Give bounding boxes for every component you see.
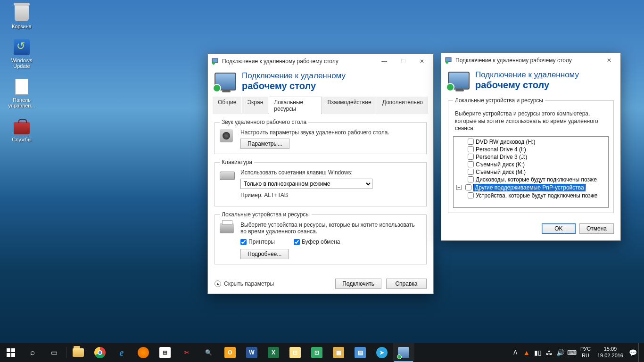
- devices-tree[interactable]: DVD RW дисковод (H:) Personal Drive 4 (I…: [453, 136, 609, 208]
- close-button[interactable]: ✕: [413, 55, 431, 68]
- local-legend: Локальные устройства и ресурсы: [220, 211, 312, 218]
- tab-display[interactable]: Экран: [242, 97, 268, 114]
- tree-item[interactable]: DVD RW дисковод (H:): [454, 138, 607, 146]
- rdp-footer: ▲ Скрыть параметры Подключить Справка: [208, 274, 433, 294]
- control-panel-icon[interactable]: Панель управлен...: [4, 77, 40, 108]
- devices-close-button[interactable]: ✕: [600, 54, 619, 67]
- tree-item[interactable]: Дисководы, которые будут подключены позж…: [454, 176, 607, 183]
- rdp-titlebar[interactable]: Подключение к удаленному рабочему столу …: [208, 54, 433, 68]
- volume-icon[interactable]: 🔊: [555, 349, 566, 356]
- taskbar-apps: e ⊞ ✂ 🔍 O W X ⊡ ⊡ ▦ ▤ ➤: [67, 343, 414, 362]
- maximize-button: ☐: [394, 55, 413, 68]
- tab-general[interactable]: Общие: [213, 97, 241, 114]
- app-excel[interactable]: X: [263, 343, 284, 362]
- recycle-bin-label: Корзина: [12, 24, 32, 29]
- keyboard-combo[interactable]: Только в полноэкранном режиме: [240, 179, 372, 189]
- app-explorer[interactable]: [67, 343, 89, 362]
- help-button[interactable]: Справка: [386, 279, 427, 289]
- audio-settings-button[interactable]: Параметры...: [240, 139, 289, 149]
- keyboard-legend: Клавиатура: [220, 159, 254, 165]
- taskbar: ⌕ ▭ e ⊞ ✂ 🔍 O W X ⊡ ⊡ ▦ ▤ ➤ ᐱ ▲ ▮▯ 🖧 🔊 ⌨…: [0, 343, 644, 362]
- recycle-bin-icon[interactable]: Корзина: [4, 4, 40, 29]
- system-tray: ᐱ ▲ ▮▯ 🖧 🔊 ⌨ РУС RU 15:09 19.02.2016 💬: [510, 343, 644, 362]
- show-desktop-button[interactable]: [638, 343, 641, 362]
- keyboard-icon: [220, 172, 235, 180]
- audio-desc: Настроить параметры звука удаленного раб…: [240, 129, 421, 136]
- keyboard-example: Пример: ALT+TAB: [240, 192, 421, 198]
- control-panel-label: Панель управлен...: [4, 97, 40, 108]
- devices-legend: Локальные устройства и ресурсы: [453, 97, 545, 104]
- keyboard-tray-icon[interactable]: ⌨: [566, 349, 578, 356]
- rdp-connection-window: Подключение к удаленному рабочему столу …: [207, 54, 434, 294]
- ok-button[interactable]: OK: [542, 223, 576, 234]
- tree-item[interactable]: Personal Drive 4 (I:): [454, 146, 607, 153]
- header-line2: рабочему столу: [242, 81, 346, 91]
- connection-badge-icon: [213, 84, 221, 92]
- devices-header: Подключение к удаленному рабочему столу: [441, 67, 620, 95]
- audio-group: Звук удаленного рабочего стола Настроить…: [215, 119, 427, 154]
- clipboard-checkbox[interactable]: Буфер обмена: [294, 239, 340, 245]
- app-telegram[interactable]: ➤: [371, 343, 393, 362]
- network-icon[interactable]: 🖧: [544, 349, 555, 356]
- tab-advanced[interactable]: Дополнительно: [377, 97, 428, 114]
- tray-overflow-button[interactable]: ᐱ: [510, 349, 521, 356]
- search-button[interactable]: ⌕: [22, 343, 43, 362]
- tree-item[interactable]: Съемный диск (M:): [454, 168, 607, 176]
- start-button[interactable]: [0, 343, 22, 362]
- devices-header2: рабочему столу: [475, 80, 579, 90]
- tree-item[interactable]: Personal Drive 3 (J:): [454, 153, 607, 161]
- local-desc: Выберите устройства и ресурсы, которые в…: [240, 222, 421, 235]
- app-vmware[interactable]: ▤: [349, 343, 371, 362]
- app-firefox[interactable]: [132, 343, 154, 362]
- tree-item[interactable]: Съемный диск (K:): [454, 161, 607, 168]
- app-chrome[interactable]: [89, 343, 111, 362]
- app-magnifier[interactable]: 🔍: [198, 343, 219, 362]
- app-putty[interactable]: ⊡: [284, 343, 306, 362]
- language-indicator[interactable]: РУС RU: [578, 346, 594, 359]
- windows-update-icon[interactable]: Windows Update: [4, 38, 40, 69]
- collapse-icon[interactable]: −: [456, 185, 462, 190]
- header-line1: Подключение к удаленному: [242, 71, 346, 81]
- app-snip[interactable]: ✂: [176, 343, 198, 362]
- app-sql[interactable]: ▦: [328, 343, 349, 362]
- app-word[interactable]: W: [241, 343, 263, 362]
- task-view-button[interactable]: ▭: [43, 343, 65, 362]
- app-totalcmd[interactable]: ⊞: [154, 343, 176, 362]
- clock[interactable]: 15:09 19.02.2016: [594, 346, 627, 359]
- devices-dialog: Подключение к удаленному рабочему столу …: [441, 53, 621, 241]
- battery-icon[interactable]: ▮▯: [532, 349, 544, 356]
- rdp-tabs: Общие Экран Локальные ресурсы Взаимодейс…: [213, 96, 429, 114]
- svg-point-1: [212, 62, 215, 65]
- tab-local-resources[interactable]: Локальные ресурсы: [269, 97, 322, 114]
- action-center-icon[interactable]: 💬: [627, 349, 638, 356]
- local-devices-group: Локальные устройства и ресурсы Выберите …: [215, 211, 427, 264]
- printers-checkbox[interactable]: Принтеры: [240, 239, 275, 245]
- devices-titlebar[interactable]: Подключение к удаленному рабочему столу …: [441, 53, 620, 67]
- minimize-button[interactable]: —: [375, 55, 394, 68]
- more-devices-button[interactable]: Подробнее...: [240, 249, 289, 259]
- services-icon[interactable]: Службы: [4, 117, 40, 142]
- devices-header1: Подключение к удаленному: [475, 70, 579, 80]
- tree-item[interactable]: Устройства, которые будут подключены поз…: [454, 192, 607, 199]
- hide-options-toggle[interactable]: ▲ Скрыть параметры: [215, 280, 274, 287]
- tree-item-selected[interactable]: − Другие поддерживаемые PnP-устройства: [454, 183, 607, 192]
- cancel-button[interactable]: Отмена: [579, 223, 614, 234]
- app-ie[interactable]: e: [111, 343, 132, 362]
- rdp-body: Звук удаленного рабочего стола Настроить…: [208, 114, 433, 274]
- windows-update-label: Windows Update: [4, 58, 40, 69]
- devices-body: Локальные устройства и ресурсы Выберите …: [441, 95, 620, 218]
- vlc-tray-icon[interactable]: ▲: [521, 349, 532, 356]
- app-rdp[interactable]: [393, 343, 414, 362]
- rdp-header: Подключение к удаленному рабочему столу: [208, 68, 433, 96]
- app-remote[interactable]: ⊡: [306, 343, 328, 362]
- connect-button[interactable]: Подключить: [335, 279, 381, 289]
- tab-experience[interactable]: Взаимодействие: [322, 97, 376, 114]
- svg-point-3: [446, 61, 448, 64]
- keyboard-desc: Использовать сочетания клавиш Windows:: [240, 169, 421, 176]
- printer-icon: [220, 223, 234, 233]
- devices-desc: Выберите устройства и ресурсы этого комп…: [455, 110, 607, 132]
- rdp-window-title: Подключение к удаленному рабочему столу: [222, 58, 375, 65]
- app-outlook[interactable]: O: [219, 343, 241, 362]
- rdp-icon: [445, 57, 453, 64]
- devices-fieldset: Локальные устройства и ресурсы Выберите …: [448, 97, 614, 213]
